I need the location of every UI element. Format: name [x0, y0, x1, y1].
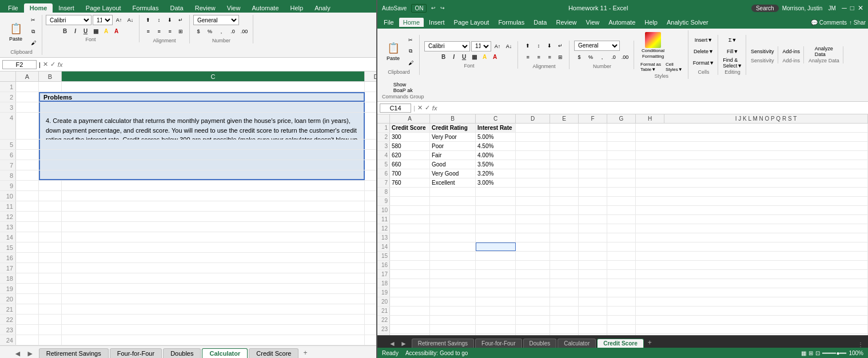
cell-a2[interactable]	[16, 92, 39, 102]
right-cell-b4[interactable]: Fair	[430, 151, 476, 160]
right-tab-automate[interactable]: Automate	[604, 18, 639, 27]
tab-help[interactable]: Help	[285, 3, 309, 13]
tab-credit-score-left[interactable]: Credit Score	[249, 348, 298, 358]
align-center-button[interactable]: ≡	[154, 26, 164, 37]
right-delete-button[interactable]: Delete▼	[694, 46, 714, 57]
right-cell-a5[interactable]: 660	[390, 160, 430, 169]
underline-button[interactable]: U	[81, 26, 90, 35]
align-top-button[interactable]: ⬆	[143, 15, 153, 25]
copy-button[interactable]: ⧉	[28, 26, 38, 37]
tab-doubles[interactable]: Doubles	[163, 348, 201, 358]
right-fill-button[interactable]: Fill▼	[727, 46, 738, 57]
cell-c1[interactable]	[62, 82, 365, 92]
format-painter-button[interactable]: 🖌	[28, 38, 38, 48]
normal-view-button[interactable]: ▦	[801, 350, 806, 356]
tab-file[interactable]: File	[2, 3, 24, 13]
right-tab-home[interactable]: Home	[399, 18, 424, 27]
right-insert-function[interactable]: fx	[432, 105, 437, 112]
percent-button[interactable]: %	[205, 26, 215, 37]
right-bold-button[interactable]: B	[439, 53, 448, 62]
right-addins-button[interactable]: Add-ins	[783, 46, 801, 57]
right-tab-doubles[interactable]: Doubles	[523, 339, 557, 348]
close-button[interactable]: ✕	[858, 4, 863, 12]
minimize-button[interactable]: ─	[842, 4, 847, 12]
right-tab-formulas[interactable]: Formulas	[494, 18, 528, 27]
right-align-center[interactable]: ≡	[533, 52, 544, 62]
right-cut-button[interactable]: ✂	[405, 35, 416, 45]
right-cell-a7[interactable]: 760	[390, 178, 430, 187]
tab-review[interactable]: Review	[189, 3, 221, 13]
right-align-bottom[interactable]: ⬇	[544, 41, 555, 51]
right-tab-analytic-solver[interactable]: Analytic Solver	[663, 18, 712, 27]
right-selected-cell-c14[interactable]	[476, 242, 516, 251]
right-col-header-b[interactable]: B	[430, 114, 476, 123]
right-cell-e1[interactable]	[550, 124, 579, 132]
right-add-sheet-button[interactable]: +	[645, 337, 655, 348]
right-formula-input[interactable]	[439, 105, 866, 112]
cancel-formula-button[interactable]: ✕	[43, 61, 48, 68]
right-find-select-button[interactable]: Find &Select▼	[723, 58, 742, 68]
italic-button[interactable]: I	[71, 26, 80, 35]
right-cell-a6[interactable]: 700	[390, 169, 430, 178]
right-font-name-select[interactable]: Calibri	[424, 41, 470, 51]
right-tab-insert[interactable]: Insert	[425, 18, 449, 27]
col-header-c[interactable]: C	[62, 71, 365, 81]
right-cell-a1[interactable]: Credit Score	[390, 124, 430, 132]
right-fill-color-button[interactable]: A	[480, 53, 489, 62]
tab-calculator[interactable]: Calculator	[202, 348, 248, 358]
scroll-right-tab-button[interactable]: ►	[26, 349, 34, 358]
cell-a1[interactable]	[16, 82, 39, 92]
right-align-top[interactable]: ⬆	[523, 41, 533, 51]
right-number-format-select[interactable]: General	[574, 41, 620, 51]
paste-button[interactable]: 📋 Paste	[5, 21, 27, 43]
right-tab-data[interactable]: Data	[529, 18, 551, 27]
right-paste-button[interactable]: 📋 Paste	[382, 40, 404, 62]
right-cell-a2[interactable]: 300	[390, 133, 430, 141]
right-comma-button[interactable]: ,	[597, 52, 607, 62]
right-cell-b7[interactable]: Excellent	[430, 178, 476, 187]
align-middle-button[interactable]: ↕	[154, 15, 164, 25]
font-name-select[interactable]: Calibri	[46, 15, 91, 25]
right-sensitivity-button[interactable]: Sensitivity	[751, 46, 774, 57]
right-decrease-font-size[interactable]: A↓	[504, 41, 514, 51]
right-cell-c4[interactable]: 4.00%	[476, 151, 516, 160]
page-break-view-button[interactable]: ⊡	[815, 350, 820, 356]
col-header-d[interactable]: D	[365, 71, 376, 81]
right-tab-four-for-four[interactable]: Four-for-Four	[475, 339, 521, 348]
right-underline-button[interactable]: U	[460, 53, 469, 62]
comments-button[interactable]: 💬 Comments	[811, 19, 847, 26]
tab-page-layout[interactable]: Page Layout	[80, 3, 127, 13]
right-cell-a3[interactable]: 580	[390, 142, 430, 150]
right-merge-cells[interactable]: ⊞	[555, 52, 566, 62]
right-col-header-g[interactable]: G	[607, 114, 636, 123]
right-scroll-left-tab[interactable]: ◄	[389, 340, 396, 348]
cell-a6[interactable]	[16, 150, 39, 160]
format-as-table-button[interactable]: Format asTable▼	[639, 62, 663, 72]
number-format-select[interactable]: General	[193, 15, 239, 25]
tab-home[interactable]: Home	[24, 3, 53, 13]
align-left-button[interactable]: ≡	[143, 26, 153, 37]
bold-button[interactable]: B	[61, 26, 70, 35]
right-wrap-text[interactable]: ↵	[555, 41, 566, 51]
right-align-right[interactable]: ≡	[544, 52, 555, 62]
cell-a3[interactable]	[16, 102, 39, 112]
right-cell-b3[interactable]: Poor	[430, 142, 476, 150]
redo-button[interactable]: ↪	[440, 5, 445, 11]
tab-insert[interactable]: Insert	[53, 3, 80, 13]
right-cancel-formula[interactable]: ✕	[417, 104, 423, 112]
right-cell-c7[interactable]: 3.00%	[476, 178, 516, 187]
right-cell-g1[interactable]	[607, 124, 636, 132]
problems-header[interactable]: Problems	[39, 92, 365, 102]
conditional-formatting-button[interactable]: ConditionalFormatting	[639, 30, 667, 61]
cell-d1[interactable]	[365, 82, 376, 92]
right-format-painter-button[interactable]: 🖌	[405, 58, 416, 68]
cell-styles-button[interactable]: CellStyles▼	[664, 62, 684, 72]
decrease-decimal-button[interactable]: .00	[239, 26, 249, 37]
cell-merged-3[interactable]	[39, 102, 365, 112]
search-button[interactable]: Search	[751, 5, 779, 12]
font-color-button[interactable]: A	[112, 26, 121, 35]
right-cell-b5[interactable]: Good	[430, 160, 476, 169]
cell-merged-8[interactable]	[39, 170, 365, 180]
right-align-middle[interactable]: ↕	[533, 41, 544, 51]
right-increase-decimal[interactable]: .0	[608, 52, 619, 62]
